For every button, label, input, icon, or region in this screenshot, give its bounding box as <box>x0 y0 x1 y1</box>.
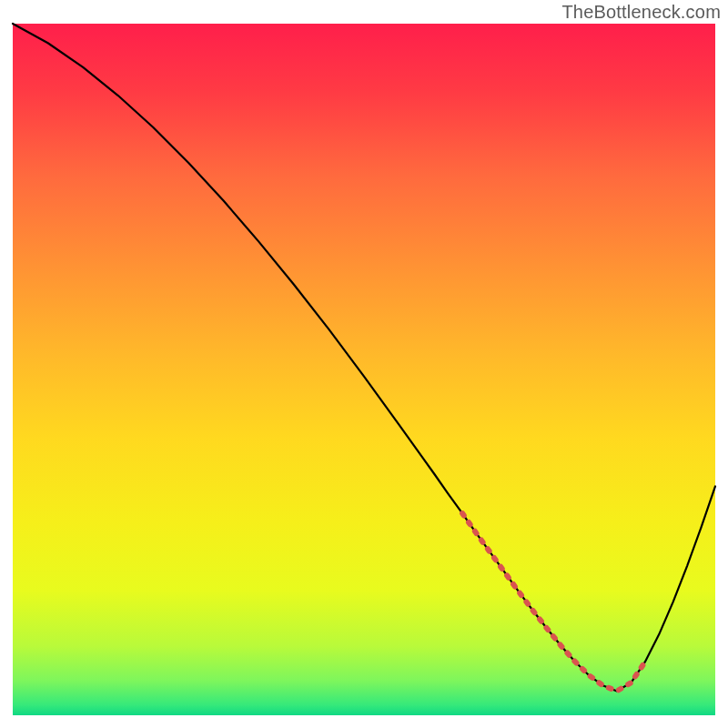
plot-background <box>13 24 715 715</box>
bottleneck-curve-chart <box>0 0 728 728</box>
chart-container: TheBottleneck.com <box>0 0 728 728</box>
watermark-text: TheBottleneck.com <box>561 2 721 23</box>
